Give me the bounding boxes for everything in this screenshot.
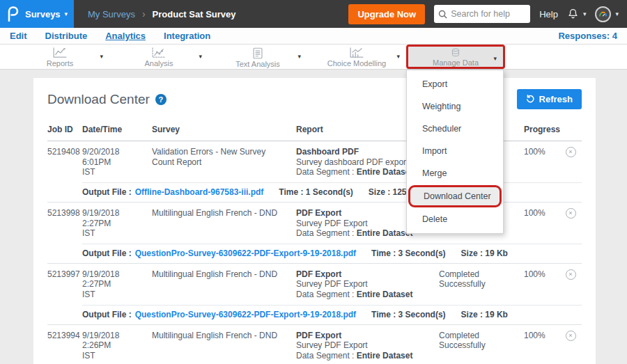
job-survey: Multilingual English French - DND xyxy=(152,208,296,239)
job-survey: Validation Errors - New Survey Count Rep… xyxy=(152,147,296,177)
breadcrumb-separator-icon: › xyxy=(142,8,146,19)
job-progress: 100% xyxy=(524,269,560,300)
app-window: Surveys ▾ My Surveys › Product Sat Surve… xyxy=(0,0,627,364)
tab-integration[interactable]: Integration xyxy=(164,31,210,41)
tab-edit[interactable]: Edit xyxy=(10,31,27,41)
chevron-down-icon: ▾ xyxy=(583,11,587,17)
menu-item-download-center[interactable]: Download Center xyxy=(408,185,502,207)
chevron-down-icon: ▾ xyxy=(493,55,497,62)
col-date-time: Date/Time xyxy=(82,125,152,134)
col-survey: Survey xyxy=(152,125,296,134)
job-time: Time : 1 Second(s) xyxy=(279,187,353,197)
job-output-row: Output File : QuestionPro-Survey-6309622… xyxy=(82,244,582,263)
surveys-menu-label: Surveys xyxy=(25,9,61,19)
help-link[interactable]: Help xyxy=(539,9,558,19)
cancel-job-icon[interactable]: × xyxy=(566,331,576,341)
menu-item-weighting[interactable]: Weighting xyxy=(407,95,503,118)
menu-item-merge[interactable]: Merge xyxy=(407,162,503,184)
job-id: 5213998 xyxy=(47,208,82,239)
page-title: Download Center xyxy=(47,92,150,107)
search-input[interactable] xyxy=(451,9,527,19)
refresh-button[interactable]: Refresh xyxy=(517,89,582,109)
help-search-box xyxy=(434,5,530,23)
cancel-job-icon[interactable]: × xyxy=(566,208,576,219)
job-status: Completed Successfully xyxy=(439,269,524,300)
output-file-link[interactable]: QuestionPro-Survey-6309622-PDF-Export-9-… xyxy=(135,248,356,258)
job-datetime: 9/19/2018 2:27PM IST xyxy=(82,269,152,300)
responses-count: Responses: 4 xyxy=(558,31,617,41)
menu-item-import[interactable]: Import xyxy=(407,140,503,162)
job-survey: Multilingual English French - DND xyxy=(152,269,296,300)
line-chart-icon xyxy=(52,47,68,58)
download-center-panel: Download Center ? Refresh Job ID Date/Ti… xyxy=(33,78,596,364)
search-icon xyxy=(438,10,447,19)
topbar: Surveys ▾ My Surveys › Product Sat Surve… xyxy=(0,0,627,28)
trend-chart-icon xyxy=(151,47,167,58)
job-datetime: 9/20/2018 6:01PM IST xyxy=(82,147,152,177)
output-file-link[interactable]: QuestionPro-Survey-6309622-PDF-Export-9-… xyxy=(135,310,356,319)
refresh-icon xyxy=(526,95,535,104)
survey-nav-tabs: Edit Distribute Analytics Integration Re… xyxy=(0,28,627,45)
job-report: PDF Export Survey PDF Export Data Segmen… xyxy=(296,331,439,361)
upgrade-now-button[interactable]: Upgrade Now xyxy=(348,4,425,24)
job-datetime: 9/19/2018 2:26PM IST xyxy=(82,331,152,361)
job-status: Completed Successfully xyxy=(439,331,524,361)
tab-distribute[interactable]: Distribute xyxy=(45,31,88,41)
breadcrumb-current: Product Sat Survey xyxy=(153,9,236,19)
menu-item-export[interactable]: Export xyxy=(407,73,503,95)
job-id: 5219408 xyxy=(47,147,82,177)
surveys-app-menu[interactable]: Surveys ▾ xyxy=(0,0,74,28)
job-size: Size : 19 Kb xyxy=(461,248,508,258)
cancel-job-icon[interactable]: × xyxy=(566,147,576,157)
account-avatar[interactable]: ▾ xyxy=(595,6,619,22)
job-size: Size : 19 Kb xyxy=(461,310,508,319)
topbar-actions: Upgrade Now Help ▾ xyxy=(348,0,627,28)
chevron-down-icon: ▾ xyxy=(100,53,103,60)
breadcrumb: My Surveys › Product Sat Survey xyxy=(88,0,236,28)
job-id: 5213997 xyxy=(47,269,82,300)
job-datetime: 9/19/2018 2:27PM IST xyxy=(82,208,152,239)
col-actions xyxy=(560,125,581,134)
document-text-icon xyxy=(252,47,263,59)
bar-line-chart-icon xyxy=(349,47,364,58)
chevron-down-icon: ▾ xyxy=(65,11,68,17)
questionpro-logo xyxy=(7,6,19,22)
toolbar-item-text-analysis[interactable]: Text Analysis ▾ xyxy=(208,45,307,69)
menu-item-scheduler[interactable]: Scheduler xyxy=(407,118,503,140)
job-id: 5213994 xyxy=(47,331,82,361)
help-question-icon[interactable]: ? xyxy=(155,94,167,105)
table-row: 5213994 9/19/2018 2:26PM IST Multilingua… xyxy=(47,325,582,364)
output-file-link[interactable]: Offline-Dashboard-967583-iii.pdf xyxy=(135,187,264,197)
chevron-down-icon: ▾ xyxy=(396,53,400,60)
toolbar-item-analysis[interactable]: Analysis ▾ xyxy=(109,45,208,69)
toolbar-item-reports[interactable]: Reports ▾ xyxy=(10,45,109,69)
toolbar-item-choice-modelling[interactable]: Choice Modelling ▾ xyxy=(307,45,406,69)
col-progress: Progress xyxy=(524,125,560,134)
menu-item-delete[interactable]: Delete xyxy=(407,208,503,230)
breadcrumb-my-surveys[interactable]: My Surveys xyxy=(88,9,135,19)
col-job-id: Job ID xyxy=(47,125,82,134)
job-progress: 100% xyxy=(524,147,560,177)
job-time: Time : 3 Second(s) xyxy=(371,310,445,319)
tab-analytics[interactable]: Analytics xyxy=(105,31,146,41)
main-content: Download Center ? Refresh Job ID Date/Ti… xyxy=(0,70,627,364)
job-survey: Multilingual English French - DND xyxy=(152,331,296,361)
chevron-down-icon: ▾ xyxy=(615,11,619,17)
job-time: Time : 3 Second(s) xyxy=(371,248,445,258)
table-row: 5213997 9/19/2018 2:27PM IST Multilingua… xyxy=(47,264,582,325)
toolbar-item-manage-data[interactable]: Manage Data ▾ xyxy=(406,45,505,69)
notifications-bell-icon[interactable]: ▾ xyxy=(567,8,587,20)
chevron-down-icon: ▾ xyxy=(199,53,202,60)
cancel-job-icon[interactable]: × xyxy=(566,269,576,280)
analytics-toolbar: Reports ▾ Analysis ▾ Text Analysis ▾ Cho… xyxy=(0,45,627,70)
chevron-down-icon: ▾ xyxy=(297,53,301,60)
job-output-row: Output File : QuestionPro-Survey-6309622… xyxy=(82,305,582,324)
job-output-row: Output File : Offline-Dashboard-967583-i… xyxy=(82,182,582,202)
database-icon xyxy=(449,48,462,58)
job-progress: 100% xyxy=(524,208,560,239)
job-progress: 100% xyxy=(524,331,560,361)
job-report: PDF Export Survey PDF Export Data Segmen… xyxy=(296,269,439,300)
manage-data-menu: Export Weighting Scheduler Import Merge … xyxy=(406,70,504,234)
avatar-gauge-icon xyxy=(595,6,611,22)
